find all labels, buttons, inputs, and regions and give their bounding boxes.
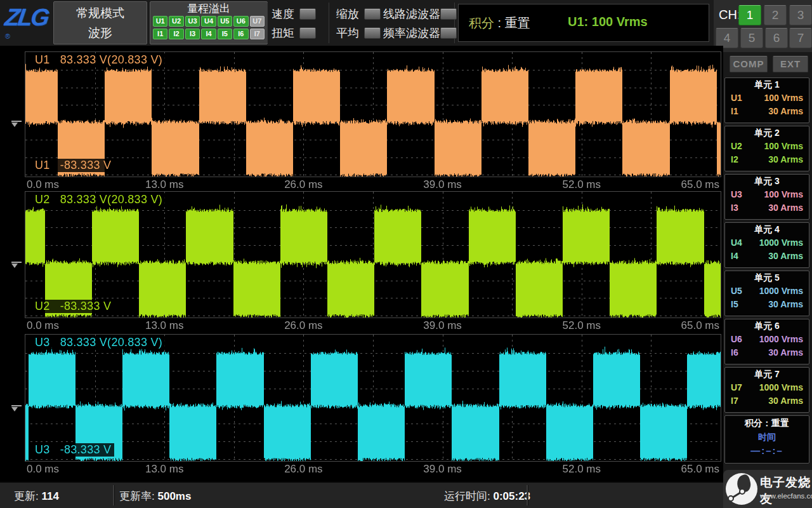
unit-box-4: 单元 4U41000 VrmsI430 Arms [724, 222, 809, 268]
time-tick: 52.0 ms [563, 319, 601, 332]
update-count: 更新: 114 [14, 489, 59, 504]
time-tick: 52.0 ms [563, 463, 601, 476]
torque-label: 扭矩 [272, 25, 294, 41]
divider [113, 485, 114, 505]
mode-button[interactable]: 常规模式 波形 [53, 1, 147, 44]
unit-current-row: I130 Arms [725, 105, 809, 118]
u2-scale-label: U283.333 V(20.833 V) [32, 193, 166, 206]
overflow-badge-i6: I6 [233, 29, 248, 39]
unit-title: 单元 2 [725, 126, 809, 140]
time-tick: 65.0 ms [681, 319, 719, 332]
overflow-badge-i7: I7 [250, 29, 265, 39]
overflow-badge-i2: I2 [169, 29, 183, 39]
time-axis-u1: 0.0 ms13.0 ms26.0 ms39.0 ms52.0 ms65.0 m… [25, 178, 721, 192]
unit-title: 单元 1 [725, 78, 809, 91]
overflow-badge-u5: U5 [218, 16, 232, 27]
unit-voltage-row: U2100 Vrms [725, 140, 809, 153]
waveform-u2 [25, 192, 721, 318]
integral-time-value: —:–:– [725, 444, 809, 458]
unit-title: 单元 4 [725, 223, 809, 236]
unit-voltage-row: U61000 Vrms [725, 333, 809, 346]
u1-neg-label: U1-83.333 V [32, 159, 114, 172]
torque-toggle[interactable] [299, 27, 316, 39]
status-display: 积分 : 重置 U1: 100 Vrms [458, 4, 709, 42]
time-tick: 39.0 ms [423, 463, 461, 476]
unit-current-row: I630 Arms [725, 346, 809, 359]
divider [527, 485, 528, 505]
u2-neg-label: U2-83.333 V [32, 300, 114, 313]
unit-title: 单元 6 [725, 319, 809, 333]
channel-button-7[interactable]: 7 [789, 28, 812, 48]
top-toolbar: ZLG® 常规模式 波形 量程溢出 U1U2U3U4U5U6U7 I1I2I3I… [0, 0, 714, 46]
channel-readout: U1: 100 Vrms [568, 15, 648, 29]
u1-scale-label: U183.333 V(20.833 V) [32, 53, 166, 67]
freq-filter-label: 频率滤波器 [383, 25, 440, 41]
freq-filter-toggle[interactable] [440, 27, 457, 39]
zoom-toggle[interactable] [364, 8, 381, 20]
zlg-logo-text: ZLG [3, 4, 49, 31]
time-tick: 0.0 ms [27, 463, 59, 476]
mode-line2: 波形 [54, 23, 147, 43]
elecfans-logo-icon [726, 473, 757, 505]
waveform-u3 [25, 335, 721, 461]
integral-time-box: 积分：重置 时间 —:–:– [724, 415, 809, 464]
mode-line1: 常规模式 [54, 3, 147, 23]
time-tick: 13.0 ms [145, 178, 183, 191]
comp-button[interactable]: COMP [730, 56, 768, 72]
time-tick: 26.0 ms [284, 319, 322, 332]
ext-button[interactable]: EXT [773, 56, 808, 72]
channel-button-6[interactable]: 6 [765, 28, 788, 48]
watermark-url: www.elecfans.com [760, 492, 812, 500]
time-tick: 0.0 ms [27, 319, 59, 332]
waveform-area: U183.333 V(20.833 V) U1-83.333 V U283.33… [0, 46, 723, 481]
unit-box-3: 单元 3U3100 VrmsI330 Arms [724, 174, 809, 220]
channel-button-3[interactable]: 3 [789, 5, 812, 25]
unit-title: 单元 5 [725, 271, 809, 284]
overflow-badge-i1: I1 [153, 29, 167, 39]
unit-box-1: 单元 1U1100 VrmsI130 Arms [724, 77, 809, 123]
divider [329, 3, 329, 43]
unit-voltage-row: U41000 Vrms [725, 236, 809, 250]
unit-voltage-row: U1100 Vrms [725, 91, 809, 105]
line-filter-toggle[interactable] [440, 8, 457, 20]
unit-current-row: I530 Arms [725, 298, 809, 311]
unit-voltage-row: U3100 Vrms [725, 188, 809, 201]
unit-box-2: 单元 2U2100 VrmsI230 Arms [724, 126, 809, 171]
integral-status: 积分 : 重置 [469, 15, 530, 32]
time-tick: 65.0 ms [681, 463, 719, 476]
overflow-badge-u2: U2 [169, 16, 183, 27]
channel-button-5[interactable]: 5 [740, 28, 763, 48]
u3-neg-label: U3-83.333 V [32, 443, 114, 457]
update-rate: 更新率: 500ms [119, 489, 191, 504]
channel-button-1[interactable]: 1 [738, 5, 761, 25]
overflow-badge-i3: I3 [185, 29, 200, 39]
time-tick: 39.0 ms [423, 319, 461, 332]
overflow-badge-u4: U4 [201, 16, 216, 27]
average-toggle[interactable] [364, 27, 381, 39]
elecfans-watermark: 电子发烧友 www.elecfans.com [723, 470, 812, 508]
time-axis-u2: 0.0 ms13.0 ms26.0 ms39.0 ms52.0 ms65.0 m… [25, 319, 721, 333]
channel-button-2[interactable]: 2 [764, 5, 787, 25]
time-axis-u3: 0.0 ms13.0 ms26.0 ms39.0 ms52.0 ms65.0 m… [25, 462, 721, 476]
range-overflow-title: 量程溢出 [150, 2, 267, 16]
average-label: 平均 [336, 25, 359, 41]
speed-toggle[interactable] [299, 8, 316, 20]
right-sidebar: COMP EXT 单元 1U1100 VrmsI130 Arms单元 2U210… [723, 52, 812, 481]
overflow-badge-i5: I5 [218, 29, 232, 39]
watermark-title: 电子发烧友 [760, 474, 812, 507]
unit-voltage-row: U71000 Vrms [725, 381, 809, 394]
unit-current-row: I730 Arms [725, 394, 809, 408]
overflow-badge-u6: U6 [233, 16, 248, 27]
status-bar: 更新: 114 更新率: 500ms 运行时间: 0:05:23 7% Ψ x1… [0, 481, 812, 508]
overflow-badge-i4: I4 [201, 29, 216, 39]
range-overflow-panel: 量程溢出 U1U2U3U4U5U6U7 I1I2I3I4I5I6I7 [150, 1, 268, 44]
zoom-label: 缩放 [336, 6, 359, 22]
time-tick: 26.0 ms [284, 463, 322, 476]
speed-label: 速度 [272, 6, 294, 22]
overflow-badge-u3: U3 [185, 16, 200, 27]
unit-box-7: 单元 7U71000 VrmsI730 Arms [724, 367, 809, 413]
voltage-overflow-badges: U1U2U3U4U5U6U7 [150, 16, 267, 27]
zero-marker-u3 [11, 405, 22, 411]
unit-title: 单元 7 [725, 368, 809, 381]
current-overflow-badges: I1I2I3I4I5I6I7 [150, 29, 267, 39]
